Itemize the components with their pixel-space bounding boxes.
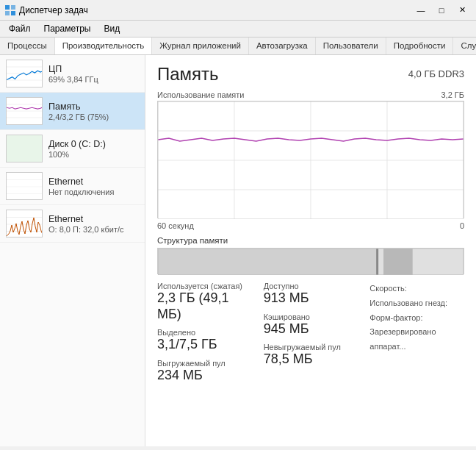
- sidebar-item-cpu[interactable]: ЦП 69% 3,84 ГГц: [0, 55, 145, 93]
- available-label: Доступно: [264, 282, 358, 290]
- svg-rect-32: [376, 249, 378, 275]
- menu-bar: Файл Параметры Вид: [0, 21, 476, 38]
- disk-thumbnail: [6, 135, 43, 162]
- close-button[interactable]: ✕: [452, 4, 472, 17]
- tab-performance[interactable]: Производительность: [55, 38, 153, 55]
- used-value: 2,3 ГБ (49,1 МБ): [157, 290, 252, 322]
- minimize-button[interactable]: —: [411, 4, 430, 17]
- stat-col-2: Доступно 913 МБ Кэшировано 945 МБ Невыгр…: [264, 282, 358, 383]
- used-label: Используется (сжатая): [157, 282, 252, 290]
- structure-label: Структура памяти: [157, 236, 464, 245]
- sidebar-item-ethernet1[interactable]: Ethernet Нет подключения: [0, 168, 145, 205]
- tab-users[interactable]: Пользователи: [316, 38, 386, 54]
- memory-name: Память: [48, 101, 139, 112]
- title-bar-left: Диспетчер задач: [4, 4, 88, 16]
- sidebar-item-disk[interactable]: Диск 0 (C: D:) 100%: [0, 130, 145, 168]
- ethernet1-name: Ethernet: [48, 176, 139, 187]
- ethernet1-info: Ethernet Нет подключения: [48, 176, 139, 196]
- memory-sub: 2,4/3,2 ГБ (75%): [48, 113, 139, 121]
- svg-rect-14: [7, 173, 43, 200]
- graph-label-top: Использование памяти 3,2 ГБ: [157, 90, 464, 99]
- swap-label: Выгружаемый пул: [157, 359, 252, 368]
- sidebar: ЦП 69% 3,84 ГГц Память 2,4/3,2 ГБ (75%): [0, 55, 145, 446]
- disk-name: Диск 0 (C: D:): [48, 139, 139, 149]
- page-title: Память: [157, 64, 219, 85]
- tab-bar: Процессы Производительность Журнал прило…: [0, 38, 476, 55]
- cached-value: 945 МБ: [264, 321, 358, 338]
- max-label: 3,2 ГБ: [441, 90, 464, 99]
- memory-graph: [157, 101, 464, 218]
- time-label-right: 0: [460, 221, 464, 230]
- cpu-sub: 69% 3,84 ГГц: [48, 75, 139, 84]
- ethernet2-sub: О: 8,0 П: 32,0 кбит/с: [48, 225, 139, 234]
- ethernet2-thumbnail: [6, 210, 43, 238]
- cpu-thumbnail: [6, 60, 43, 88]
- allocated-value: 3,1/7,5 ГБ: [157, 337, 252, 353]
- svg-rect-3: [11, 11, 15, 15]
- svg-rect-0: [5, 5, 10, 10]
- title-bar-controls: — □ ✕: [411, 4, 472, 17]
- available-value: 913 МБ: [264, 290, 358, 307]
- disk-sub: 100%: [48, 150, 139, 159]
- tab-startup[interactable]: Автозагрузка: [249, 38, 316, 54]
- memory-spec: 4,0 ГБ DDR3: [408, 68, 464, 79]
- stat-col-3: Скорость: Использовано гнезд: Форм-факто…: [369, 282, 464, 383]
- svg-rect-33: [383, 249, 413, 275]
- usage-label: Использование памяти: [157, 90, 244, 99]
- cpu-name: ЦП: [48, 64, 139, 74]
- nonpaged-value: 78,5 МБ: [264, 351, 358, 368]
- speed-label: Скорость:: [369, 282, 464, 296]
- menu-file[interactable]: Файл: [4, 22, 35, 35]
- menu-view[interactable]: Вид: [99, 22, 124, 35]
- content-header: Память 4,0 ГБ DDR3: [157, 64, 464, 85]
- app-icon: [4, 4, 16, 16]
- content-area: Память 4,0 ГБ DDR3 Использование памяти …: [145, 55, 476, 446]
- ethernet2-name: Ethernet: [48, 214, 139, 224]
- svg-rect-31: [158, 249, 376, 275]
- tab-details[interactable]: Подробности: [386, 38, 454, 54]
- ethernet1-sub: Нет подключения: [48, 188, 139, 196]
- maximize-button[interactable]: □: [432, 4, 451, 17]
- stats-grid: Используется (сжатая) 2,3 ГБ (49,1 МБ) В…: [157, 282, 464, 383]
- sidebar-item-ethernet2[interactable]: Ethernet О: 8,0 П: 32,0 кбит/с: [0, 205, 145, 243]
- slots-label: Использовано гнезд:: [369, 296, 464, 311]
- tab-processes[interactable]: Процессы: [0, 38, 55, 54]
- swap-value: 234 МБ: [157, 368, 252, 384]
- cpu-info: ЦП 69% 3,84 ГГц: [48, 64, 139, 84]
- allocated-label: Выделено: [157, 328, 252, 337]
- form-label: Форм-фактор:: [369, 311, 464, 326]
- graph-label-bottom: 60 секунд 0: [157, 221, 464, 230]
- main-layout: ЦП 69% 3,84 ГГц Память 2,4/3,2 ГБ (75%): [0, 55, 476, 446]
- nonpaged-label: Невыгружаемый пул: [264, 343, 358, 351]
- cached-label: Кэшировано: [264, 312, 358, 321]
- tab-services[interactable]: Службы: [453, 38, 476, 54]
- disk-info: Диск 0 (C: D:) 100%: [48, 139, 139, 159]
- time-label-left: 60 секунд: [157, 221, 194, 230]
- svg-rect-2: [5, 11, 10, 15]
- tab-app-history[interactable]: Журнал приложений: [152, 38, 249, 54]
- sidebar-item-memory[interactable]: Память 2,4/3,2 ГБ (75%): [0, 93, 145, 130]
- title-bar: Диспетчер задач — □ ✕: [0, 0, 476, 21]
- window-title: Диспетчер задач: [19, 5, 88, 15]
- menu-params[interactable]: Параметры: [40, 22, 95, 35]
- memory-thumbnail: [6, 97, 43, 125]
- stat-col-1: Используется (сжатая) 2,3 ГБ (49,1 МБ) В…: [157, 282, 252, 383]
- memory-info: Память 2,4/3,2 ГБ (75%): [48, 101, 139, 121]
- memory-structure-bar: [157, 248, 464, 274]
- ethernet1-thumbnail: [6, 172, 43, 200]
- svg-rect-1: [11, 5, 15, 10]
- svg-rect-13: [7, 135, 43, 162]
- reserved-label: Зарезервировано аппарат...: [369, 325, 464, 354]
- ethernet2-info: Ethernet О: 8,0 П: 32,0 кбит/с: [48, 214, 139, 234]
